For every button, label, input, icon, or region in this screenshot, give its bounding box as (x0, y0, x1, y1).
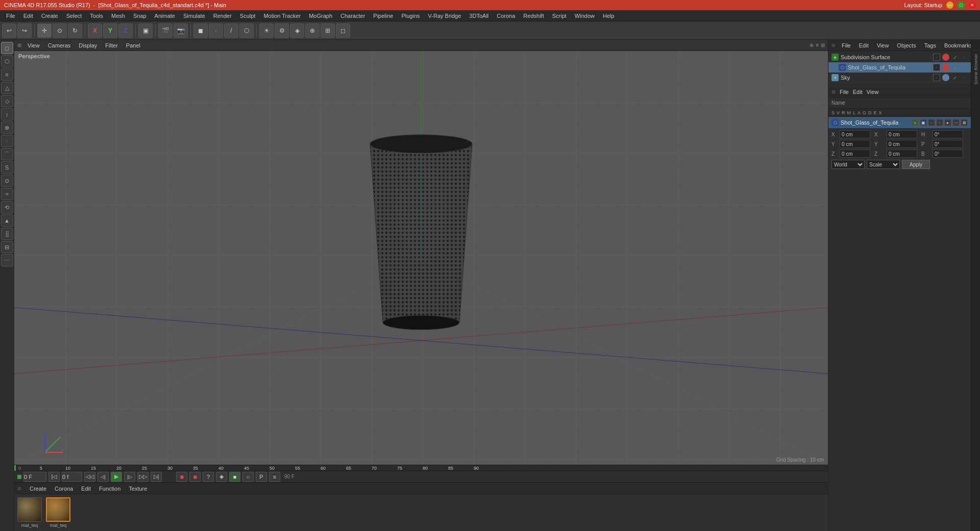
obj-color-subdivision[interactable] (942, 54, 949, 61)
attr-lock-btn[interactable]: ▣ (920, 119, 927, 126)
viewport-menu-cameras[interactable]: Cameras (46, 41, 73, 50)
tool-camera[interactable]: ⚙ (275, 23, 289, 38)
obj-color-sky[interactable] (942, 74, 949, 81)
tool-snap[interactable]: ⊕ (305, 23, 320, 38)
obj-menu-bookmarks[interactable]: Bookmarks (942, 41, 974, 50)
tool-constraint[interactable]: ⊙ (1, 175, 13, 187)
frame-step-back-btn[interactable]: ◁| (97, 472, 109, 482)
coord-p-rot[interactable] (933, 140, 963, 148)
keyframe-btn[interactable]: ◈ (216, 472, 227, 482)
play-btn[interactable]: ▶ (111, 472, 122, 482)
obj-vis-subdivision[interactable]: · (933, 54, 940, 61)
coord-scale-select[interactable]: Scale Size (867, 160, 900, 169)
viewport-menu-view[interactable]: View (26, 41, 42, 50)
frame-prev-btn[interactable]: |◁ (48, 472, 60, 482)
tool-brush[interactable]: ≡ (1, 68, 13, 81)
tool-move[interactable]: ✛ (37, 23, 52, 38)
mat-menu-corona[interactable]: Corona (53, 485, 75, 493)
record-help-btn[interactable]: ? (203, 472, 214, 482)
axis-z[interactable]: Z (118, 23, 133, 38)
tool-rotate[interactable]: ↻ (68, 23, 82, 38)
obj-item-subdivision[interactable]: ◈ Subdivision Surface · ✓ · (828, 52, 971, 62)
record-auto-btn[interactable]: ⏺ (189, 472, 201, 482)
attr-selected-object-row[interactable]: ⬡ Shot_Glass_of_Tequila ● ▣ · ·· ▸ ⋯ ⊠ (828, 117, 971, 128)
maximize-button[interactable]: □ (958, 2, 965, 9)
tool-paint[interactable]: ⬡ (1, 55, 13, 67)
tool-deform[interactable]: ↕ (1, 108, 13, 120)
tool-grid[interactable]: ⊞ (321, 23, 335, 38)
menu-snap[interactable]: Snap (129, 12, 151, 20)
tool-redo[interactable]: ↪ (17, 23, 32, 38)
menu-help[interactable]: Help (599, 12, 619, 20)
keyframe-circle-btn[interactable]: ○ (242, 472, 254, 482)
menu-3dtoall[interactable]: 3DToAll (465, 12, 493, 20)
obj-menu-objects[interactable]: Objects (895, 41, 918, 50)
scene-browser-tab[interactable]: Scene Browser (972, 50, 979, 88)
obj-menu-edit[interactable]: Edit (857, 41, 871, 50)
menu-window[interactable]: Window (571, 12, 599, 20)
menu-plugins[interactable]: Plugins (397, 12, 424, 20)
coord-world-select[interactable]: World Object (831, 160, 865, 169)
obj-menu-file[interactable]: File (840, 41, 853, 50)
attr-dots-btn[interactable]: ⋯ (952, 119, 960, 126)
obj-dot-shotglass[interactable]: · (961, 64, 968, 71)
coord-y-pos[interactable] (840, 140, 870, 148)
obj-item-shotglass[interactable]: ⬡ Shot_Glass_of_Tequila · ✓ · (828, 62, 971, 73)
obj-vis-sky[interactable]: · (933, 74, 940, 81)
tool-undo[interactable]: ↩ (2, 23, 16, 38)
tool-render[interactable]: 🎬 (158, 23, 173, 38)
viewport-menu-display[interactable]: Display (77, 41, 99, 50)
menu-corona[interactable]: Corona (493, 12, 519, 20)
tool-scale[interactable]: ⊙ (53, 23, 67, 38)
tool-polygons[interactable]: ⬡ (239, 23, 254, 38)
menu-script[interactable]: Script (548, 12, 571, 20)
axis-y[interactable]: Y (103, 23, 117, 38)
obj-color-shotglass[interactable] (942, 64, 949, 71)
coord-x-scale[interactable] (887, 130, 917, 138)
tool-selection[interactable]: ▣ (138, 23, 153, 38)
tool-selection-btn[interactable]: ◻ (1, 42, 13, 54)
keyframe-path-btn[interactable]: P (256, 472, 267, 482)
attr-menu-view[interactable]: View (867, 89, 879, 95)
tool-sculpt-btn[interactable]: ⌒ (1, 148, 13, 160)
close-button[interactable]: ✕ (969, 2, 976, 9)
material-item-0[interactable]: mat_teq (16, 496, 43, 529)
tool-softbody[interactable]: ⟲ (1, 201, 13, 213)
attr-menu-file[interactable]: File (840, 89, 849, 95)
coord-z-pos[interactable] (840, 150, 870, 158)
attr-vis-btn[interactable]: ● (912, 119, 919, 126)
menu-sculpt[interactable]: Sculpt (236, 12, 260, 20)
obj-check-subdivision[interactable]: ✓ (951, 54, 959, 61)
mat-menu-texture[interactable]: Texture (127, 485, 149, 493)
tool-generate[interactable]: ⊕ (1, 122, 13, 134)
menu-motion-tracker[interactable]: Motion Tracker (259, 12, 305, 20)
tool-render-view[interactable]: 📷 (174, 23, 188, 38)
attr-more-btn[interactable]: ·· (936, 119, 943, 126)
obj-menu-view[interactable]: View (875, 41, 891, 50)
menu-simulate[interactable]: Simulate (179, 12, 209, 20)
material-item-1[interactable]: mat_teq (45, 496, 71, 529)
tool-stitch[interactable]: ⋯ (1, 254, 13, 267)
mat-menu-function[interactable]: Function (97, 485, 122, 493)
menu-mesh[interactable]: Mesh (107, 12, 129, 20)
coord-y-scale[interactable] (887, 140, 917, 148)
coord-x-pos[interactable] (840, 130, 870, 138)
attr-tag-btn[interactable]: · (928, 119, 935, 126)
tool-polygon[interactable]: △ (1, 82, 13, 94)
timeline-settings-btn[interactable]: ≡ (269, 472, 280, 482)
tool-workspace[interactable]: ◻ (336, 23, 350, 38)
tool-spline[interactable]: ◇ (1, 95, 13, 107)
menu-edit[interactable]: Edit (19, 12, 37, 20)
viewport[interactable]: Perspective Grid Spacing : 10 cm X Y (14, 51, 828, 465)
obj-vis-shotglass[interactable]: · (933, 64, 940, 71)
tool-light[interactable]: ☀ (259, 23, 274, 38)
obj-dot-subdivision[interactable]: · (961, 54, 968, 61)
frame-end-btn[interactable]: ▷| (151, 472, 162, 482)
apply-button[interactable]: Apply (902, 160, 930, 169)
coord-h-rot[interactable] (933, 130, 963, 138)
menu-redshift[interactable]: Redshift (519, 12, 548, 20)
menu-file[interactable]: File (2, 12, 19, 20)
obj-item-sky[interactable]: ☀ Sky · ✓ · (828, 73, 971, 83)
frame-step-fwd-btn[interactable]: |▷ (124, 472, 135, 482)
attr-menu-edit[interactable]: Edit (853, 89, 863, 95)
